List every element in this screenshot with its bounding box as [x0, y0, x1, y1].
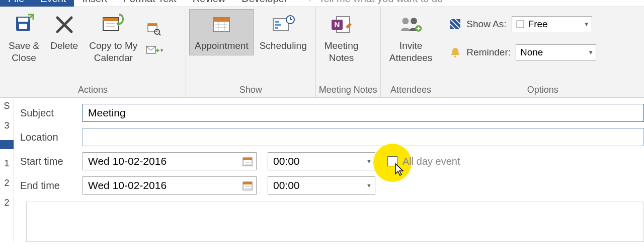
appointment-button[interactable]: Appointment [189, 9, 254, 55]
group-show: Appointment Scheduling Show [186, 7, 316, 97]
svg-rect-34 [517, 21, 524, 28]
delete-button[interactable]: Delete [45, 9, 84, 55]
chevron-down-icon: ▼ [366, 158, 372, 164]
group-actions: Save & Close Delete Copy to My Calendar [0, 7, 186, 97]
envelope-forward-icon [145, 44, 159, 55]
form-area: S 3 1 2 2 Subject Location Start time We… [0, 98, 644, 242]
end-date-picker[interactable]: Wed 10-02-2016 [83, 176, 257, 195]
chevron-down-icon: ▼ [366, 182, 372, 188]
show-as-combobox[interactable]: Free ▼ [512, 16, 592, 32]
tab-review[interactable]: Review [185, 0, 234, 7]
group-attendees: Invite Attendees Attendees [381, 7, 442, 97]
left-nav-strip: S 3 1 2 2 [0, 98, 14, 242]
end-time-picker[interactable]: 00:00 ▼ [268, 176, 375, 195]
location-input[interactable] [83, 128, 644, 146]
calendar-small-button[interactable] [145, 20, 163, 38]
svg-rect-13 [213, 18, 229, 22]
show-as-label: Show As: [466, 19, 506, 30]
calendar-icon [242, 156, 253, 167]
reminder-icon [449, 46, 461, 58]
svg-point-29 [411, 18, 417, 24]
location-label: Location [20, 132, 83, 143]
svg-rect-8 [148, 24, 157, 26]
tab-insert[interactable]: Insert [74, 0, 115, 7]
delete-icon [52, 13, 76, 37]
save-icon [12, 13, 36, 37]
onenote-icon: N [330, 13, 354, 37]
end-time-label: End time [20, 180, 83, 192]
tab-event[interactable]: Event [32, 0, 74, 7]
event-body-textarea[interactable] [26, 202, 644, 242]
save-close-button[interactable]: Save & Close [3, 9, 45, 68]
meeting-notes-button[interactable]: N Meeting Notes [319, 9, 364, 68]
tab-format-text[interactable]: Format Text [115, 0, 184, 7]
reminder-label: Reminder: [466, 47, 511, 58]
svg-rect-2 [19, 24, 27, 29]
svg-point-35 [454, 55, 456, 57]
chevron-down-icon: ▼ [584, 21, 590, 28]
forward-small-button[interactable]: ▾ [145, 41, 163, 59]
scheduling-button[interactable]: Scheduling [254, 9, 312, 55]
group-options: Show As: Free ▼ Reminder: None ▼ [441, 7, 644, 97]
start-date-picker[interactable]: Wed 10-02-2016 [83, 152, 257, 170]
invite-attendees-button[interactable]: Invite Attendees [384, 9, 438, 68]
svg-line-10 [159, 34, 160, 35]
copy-to-calendar-button[interactable]: Copy to My Calendar [84, 9, 143, 68]
start-time-picker[interactable]: 00:00 ▼ [268, 152, 375, 170]
svg-rect-37 [243, 158, 252, 160]
start-time-label: Start time [20, 156, 83, 167]
tab-file[interactable]: File [0, 0, 32, 7]
all-day-label: All day event [403, 156, 460, 167]
calendar-search-icon [147, 22, 161, 36]
svg-rect-4 [103, 18, 118, 21]
reminder-combobox[interactable]: None ▼ [516, 44, 596, 60]
lightbulb-icon [305, 0, 314, 2]
svg-rect-41 [243, 182, 252, 184]
subject-label: Subject [20, 107, 83, 119]
tell-me-search[interactable]: Tell me what you want to do [295, 0, 443, 7]
scheduling-icon [271, 13, 295, 37]
chevron-down-icon: ▼ [588, 49, 594, 56]
ribbon-tabs: File Event Insert Format Text Review Dev… [0, 0, 644, 7]
svg-text:N: N [334, 20, 340, 29]
svg-rect-19 [275, 21, 279, 23]
group-meeting-notes: N Meeting Notes Meeting Notes [316, 7, 381, 97]
show-as-icon [449, 18, 461, 30]
calendar-copy-icon [101, 13, 125, 37]
ribbon: Save & Close Delete Copy to My Calendar [0, 7, 644, 98]
subject-input[interactable] [83, 104, 644, 122]
svg-rect-21 [275, 27, 278, 29]
appointment-icon [209, 13, 233, 37]
svg-point-28 [402, 18, 409, 24]
tab-developer[interactable]: Developer [233, 0, 295, 7]
svg-rect-1 [18, 18, 28, 22]
invite-attendees-icon [399, 13, 423, 37]
calendar-icon [242, 180, 253, 191]
free-status-icon [516, 20, 524, 28]
cursor-icon [394, 163, 406, 176]
svg-rect-20 [275, 24, 281, 26]
